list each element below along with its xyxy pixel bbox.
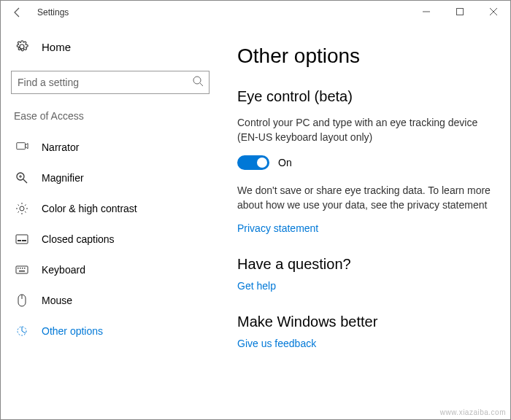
eye-control-toggle[interactable] [237,155,269,170]
content-area: Other options Eye control (beta) Control… [220,24,510,419]
brightness-icon [14,202,30,215]
sidebar-item-narrator[interactable]: Narrator [11,132,210,163]
svg-rect-22 [18,268,19,269]
sidebar-item-label: Color & high contrast [42,203,137,214]
svg-rect-23 [20,268,21,269]
gear-icon [14,40,30,53]
svg-line-15 [25,211,26,213]
sidebar-item-mouse[interactable]: Mouse [11,285,210,316]
sidebar: Home Ease of Access Narrator Magnifier C… [1,24,220,419]
svg-rect-19 [18,240,21,241]
keyboard-icon [14,263,30,276]
magnifier-icon [14,171,30,184]
sidebar-item-keyboard[interactable]: Keyboard [11,254,210,285]
sidebar-item-color[interactable]: Color & high contrast [11,193,210,224]
svg-rect-21 [16,266,28,273]
sidebar-item-label: Other options [42,325,103,337]
narrator-icon [14,141,30,154]
minimize-button[interactable] [410,1,443,23]
svg-rect-26 [19,271,25,272]
search-box[interactable] [11,71,210,94]
svg-rect-20 [22,240,26,241]
home-label: Home [42,41,71,53]
search-icon [192,75,204,87]
home-button[interactable]: Home [11,33,210,61]
sidebar-item-label: Mouse [42,295,72,306]
privacy-link[interactable]: Privacy statement [237,222,493,234]
get-help-link[interactable]: Get help [237,280,493,292]
window-title: Settings [37,7,69,18]
feedback-heading: Make Windows better [237,314,493,330]
sidebar-item-label: Magnifier [42,172,84,184]
svg-rect-24 [22,268,23,269]
question-heading: Have a question? [237,256,493,273]
watermark: www.xiazaiba.com [440,408,506,416]
feedback-link[interactable]: Give us feedback [237,338,493,349]
eye-control-desc: Control your PC and type with an eye tra… [237,115,493,145]
svg-line-16 [18,211,20,213]
captions-icon [14,233,30,246]
search-input[interactable] [11,71,210,94]
svg-line-14 [18,205,20,206]
titlebar: Settings [1,1,510,24]
sidebar-item-label: Keyboard [42,264,85,276]
svg-line-3 [200,83,203,86]
svg-rect-1 [457,9,464,15]
maximize-button[interactable] [443,1,477,23]
svg-rect-4 [17,143,26,149]
svg-rect-18 [16,235,28,244]
svg-rect-25 [24,268,26,269]
toggle-state-label: On [278,157,292,168]
mouse-icon [14,294,30,307]
privacy-desc: We don't save or share eye tracking data… [237,183,493,213]
eye-control-heading: Eye control (beta) [237,88,493,105]
sidebar-category: Ease of Access [11,110,210,122]
svg-point-2 [193,77,201,84]
svg-line-17 [25,205,26,206]
sidebar-item-captions[interactable]: Closed captions [11,224,210,254]
sidebar-item-label: Narrator [42,141,79,153]
close-button[interactable] [477,1,510,23]
back-button[interactable] [7,1,28,23]
sidebar-item-magnifier[interactable]: Magnifier [11,163,210,193]
sidebar-item-label: Closed captions [42,233,115,245]
svg-point-9 [20,206,24,211]
sidebar-item-other-options[interactable]: Other options [11,316,210,346]
svg-line-6 [23,179,27,183]
options-icon [14,324,30,338]
page-title: Other options [237,44,493,68]
